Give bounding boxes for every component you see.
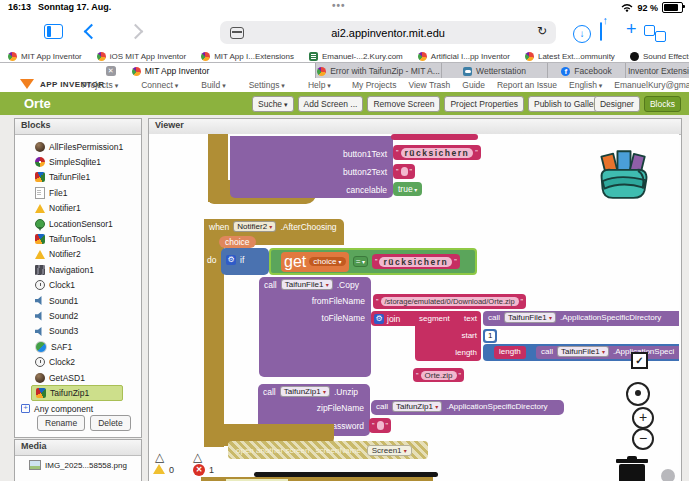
tab[interactable]: Error with TaifunZip - MIT A... <box>316 63 442 79</box>
block-text-path[interactable]: "/storage/emulated/0/Download/Orte.zip" <box>373 294 526 309</box>
block-if[interactable]: ⚙ if <box>221 248 269 275</box>
palette-item[interactable]: LocationSensor1 <box>15 216 141 231</box>
block-segment[interactable]: segment text start length <box>415 311 481 361</box>
component-dropdown[interactable]: TaifunFile1 ▾ <box>557 346 609 357</box>
language-menu[interactable]: English <box>569 80 602 90</box>
nav-menu-item[interactable]: Connect <box>141 80 178 90</box>
component-dropdown[interactable]: TaifunZip1 ▾ <box>392 401 442 412</box>
nav-link[interactable]: My Projects <box>352 80 396 90</box>
nav-menu-item[interactable]: Projects <box>82 80 118 90</box>
blocks-button[interactable]: Blocks <box>644 96 681 112</box>
remove-screen-button[interactable]: Remove Screen <box>367 96 440 112</box>
bookmark-item[interactable]: MIT App Inventor <box>8 52 82 61</box>
nav-link[interactable]: View Trash <box>408 80 450 90</box>
palette-item[interactable]: AllFilesPermission1 <box>15 139 141 154</box>
url-field[interactable]: ai2.appinventor.mit.edu ↻ <box>220 21 556 44</box>
search-button[interactable]: Suche <box>252 96 294 112</box>
new-tab-button[interactable]: + <box>626 19 637 40</box>
download-icon[interactable]: ↓ <box>573 25 591 43</box>
block-param-choice[interactable]: choice <box>219 236 256 248</box>
add-screen-button[interactable]: Add Screen ... <box>298 96 364 112</box>
nav-menu-item[interactable]: Build <box>201 80 225 90</box>
nav-menu-item[interactable]: Help <box>308 80 331 90</box>
sidebar-toggle-icon[interactable] <box>44 24 63 39</box>
center-blocks-button[interactable] <box>626 382 650 406</box>
palette-item[interactable]: TaifunTools1 <box>15 231 141 246</box>
palette-item[interactable]: Sound3 <box>15 324 141 339</box>
mutator-gear-icon[interactable]: ⚙ <box>226 255 236 265</box>
designer-button[interactable]: Designer <box>594 96 640 112</box>
block-call-zip-asd[interactable]: call TaifunZip1 ▾ .ApplicationSpecificDi… <box>371 400 564 415</box>
project-properties-button[interactable]: Project Properties <box>444 96 524 112</box>
block-text-password-empty[interactable]: "" <box>369 418 391 433</box>
blocks-canvas[interactable]: button1Text button2Text cancelable "rück… <box>149 134 679 481</box>
bookmark-item[interactable]: Sound Effects | Mixkit <box>630 52 689 61</box>
block-join[interactable]: ⚙ join <box>371 311 415 326</box>
palette-item[interactable]: Clock2 <box>15 354 141 369</box>
rename-button[interactable]: Rename <box>37 415 85 431</box>
bookmark-item[interactable]: iOS MIT App Inventor <box>97 52 186 61</box>
block-call-asd[interactable]: call TaifunFile1 ▾ .ApplicationSpecificD… <box>483 311 679 326</box>
warning-icon[interactable] <box>153 464 165 474</box>
block-text-partial[interactable] <box>391 134 478 140</box>
scrollbar-thumb[interactable] <box>661 469 675 481</box>
palette-item[interactable]: SAF1 <box>15 339 141 354</box>
reload-icon[interactable]: ↻ <box>537 24 547 38</box>
screen-dropdown[interactable]: Screen1 ▾ <box>367 445 412 456</box>
bookmark-item[interactable]: MIT App I...Extensions <box>201 52 294 61</box>
account-menu[interactable]: EmanuelKury@gmail.com <box>614 80 689 90</box>
block-text-empty[interactable]: "" <box>393 164 415 179</box>
checkbox-icon[interactable]: ✓ <box>631 352 648 369</box>
block-call-copy[interactable]: call TaifunFile1 ▾ .Copy fromFileName to… <box>259 277 371 377</box>
block-logic-true[interactable]: true ▾ <box>393 182 422 196</box>
tab[interactable]: ✕ MIT App Inventor <box>0 63 316 79</box>
zoom-in-button[interactable]: + <box>632 407 654 429</box>
expand-plus-icon[interactable]: + <box>21 404 30 413</box>
palette-item[interactable]: TaifunZip1 <box>31 385 123 400</box>
block-length[interactable]: length <box>494 346 526 359</box>
bookmark-item[interactable]: Latest Ext...ommunity <box>525 52 615 61</box>
palette-item[interactable]: Notifier1 <box>15 201 141 216</box>
palette-item[interactable]: GetASD1 <box>15 370 141 385</box>
palette-item[interactable]: File1 <box>15 185 141 200</box>
nav-link[interactable]: Report an Issue <box>497 80 557 90</box>
block-text-ruecksichern[interactable]: "rücksichern" <box>393 145 481 160</box>
palette-item[interactable]: Notifier2 <box>15 247 141 262</box>
nav-menu-item[interactable]: Settings <box>249 80 285 90</box>
tab[interactable]: App Inventor Extensions: Zi... <box>626 63 689 79</box>
block-number-1[interactable]: 1 <box>483 329 497 343</box>
tab[interactable]: Wetterstation <box>442 63 548 79</box>
palette-item[interactable]: SimpleSqlite1 <box>15 154 141 169</box>
variable-dropdown[interactable]: choice ▾ <box>309 257 345 266</box>
block-text-compare[interactable]: "rücksichern" <box>372 254 460 269</box>
palette-item[interactable]: TaifunFile1 <box>15 170 141 185</box>
collapse-arrow-icon[interactable]: △ <box>155 452 164 462</box>
tab-close-icon[interactable]: ✕ <box>106 66 116 76</box>
block-call-asd-cut[interactable]: call TaifunFile1 ▾ .ApplicationSpeci <box>536 346 679 359</box>
media-item[interactable]: IMG_2025...58558.png <box>29 460 127 470</box>
block-compare[interactable]: get choice ▾ = ▾ "rücksichern" <box>269 248 477 275</box>
component-dropdown[interactable]: TaifunZip1 ▾ <box>280 386 330 397</box>
block-notifier-properties[interactable]: button1Text button2Text cancelable <box>230 136 393 198</box>
palette-item[interactable]: Sound2 <box>15 308 141 323</box>
forward-button[interactable] <box>128 24 144 40</box>
nav-link[interactable]: Guide <box>462 80 485 90</box>
reader-icon[interactable] <box>230 27 244 39</box>
share-icon[interactable] <box>600 22 602 41</box>
backpack-icon[interactable] <box>596 149 652 201</box>
delete-button[interactable]: Delete <box>90 415 131 431</box>
collapse-arrow-icon[interactable]: △ <box>193 452 202 462</box>
bookmark-item[interactable]: Emanuel-...2.Kury.com <box>309 52 403 61</box>
component-dropdown[interactable]: Notifier2 ▾ <box>233 221 276 232</box>
component-dropdown[interactable]: TaifunFile1 ▾ <box>504 312 556 323</box>
operator-dropdown[interactable]: = ▾ <box>353 256 368 267</box>
trash-icon[interactable] <box>619 464 645 481</box>
zoom-out-button[interactable]: − <box>632 428 654 450</box>
palette-item[interactable]: Clock1 <box>15 278 141 293</box>
block-text-ortezip[interactable]: "Orte.zip" <box>413 368 464 382</box>
bookmark-item[interactable]: Artificial I...pp Inventor <box>418 52 510 61</box>
block-get-variable[interactable]: get choice ▾ <box>281 252 349 272</box>
back-button[interactable] <box>84 24 100 40</box>
palette-item[interactable]: Sound1 <box>15 293 141 308</box>
tab[interactable]: f Facebook <box>548 63 626 79</box>
